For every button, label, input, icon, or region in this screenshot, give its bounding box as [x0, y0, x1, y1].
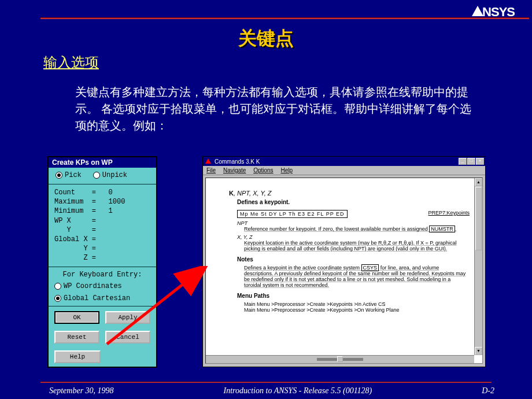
command-definition: Defines a keypoint.: [237, 199, 468, 205]
footer: September 30, 1998 Introduction to ANSYS…: [49, 386, 494, 396]
scroll-down-icon[interactable]: ▼: [475, 347, 482, 355]
reset-button[interactable]: Reset: [54, 331, 99, 343]
product-toolbar: Mp Me St DY LP Th E3 E2 FL PP ED: [237, 210, 348, 218]
cmd-name: K: [229, 190, 234, 197]
horizontal-slider[interactable]: [206, 355, 474, 363]
keyboard-entry-label: For Keyboard Entry:: [54, 271, 150, 279]
wp-coordinates-radio[interactable]: WP Coordinates: [54, 282, 122, 290]
help-menubar: File Navigate Options Help: [203, 166, 485, 175]
close-button[interactable]: ×: [476, 158, 484, 165]
help-window: Commands 3.K K _ □ × File Navigate Optio…: [202, 156, 486, 367]
help-content: K, NPT, X, Y, Z Defines a keypoint. PREP…: [205, 178, 483, 364]
ansys-logo: NSYS: [472, 5, 515, 20]
slide-body-text: 关键点有多种建立方法，每种方法都有输入选项，具体请参照在线帮助中的提示。 各选项…: [75, 84, 480, 134]
category-link[interactable]: PREP7:Keypoints: [428, 210, 470, 216]
numstr-link[interactable]: NUMSTR: [429, 226, 455, 232]
menu-navigate[interactable]: Navigate: [223, 167, 246, 173]
create-kps-dialog: Create KPs on WP Pick Unpick Count = 0 M…: [47, 156, 157, 368]
slide-title: 关键点: [0, 26, 532, 51]
notes-paragraph: Defines a keypoint in the active coordin…: [244, 265, 468, 288]
menu-help[interactable]: Help: [280, 167, 293, 173]
arg-xyz-name: X, Y, Z: [237, 234, 468, 240]
ok-button[interactable]: OK: [54, 311, 99, 324]
cmd-args: , NPT, X, Y, Z: [234, 190, 272, 197]
scroll-thumb[interactable]: [475, 187, 482, 250]
wp-coords-label: WP Coordinates: [64, 282, 122, 290]
radio-icon: [54, 283, 61, 290]
radio-icon: [56, 172, 62, 179]
help-button[interactable]: Help: [54, 350, 101, 363]
slider-knob[interactable]: [337, 356, 343, 362]
command-signature: K, NPT, X, Y, Z: [229, 190, 468, 197]
app-icon: [204, 157, 212, 165]
svg-marker-0: [205, 158, 211, 164]
apply-button[interactable]: Apply: [105, 311, 150, 324]
help-titlebar[interactable]: Commands 3.K K _ □ ×: [203, 157, 485, 166]
global-cart-label: Global Cartesian: [64, 294, 130, 302]
slide-subtitle: 输入选项: [43, 53, 99, 72]
vertical-scrollbar[interactable]: ▲ ▼: [474, 178, 482, 355]
unpick-radio[interactable]: Unpick: [93, 171, 127, 179]
help-window-title: Commands 3.K K: [215, 158, 260, 165]
cancel-button[interactable]: Cancel: [105, 331, 150, 343]
global-cartesian-radio[interactable]: Global Cartesian: [54, 294, 130, 302]
footer-date: September 30, 1998: [49, 386, 114, 396]
maximize-button[interactable]: □: [467, 158, 475, 165]
menu-options[interactable]: Options: [253, 167, 273, 173]
arg-xyz-desc: Keypoint location in the active coordina…: [244, 240, 468, 252]
radio-icon: [93, 172, 100, 179]
pick-label: Pick: [65, 171, 82, 179]
top-divider: [40, 17, 529, 19]
scroll-up-icon[interactable]: ▲: [475, 178, 482, 186]
bottom-divider: [40, 382, 492, 383]
menupath-2: Main Menu >Preprocessor >Create >Keypoin…: [244, 307, 468, 313]
footer-center: Introduction to ANSYS - Release 5.5 (001…: [224, 386, 372, 396]
minimize-button[interactable]: _: [459, 158, 467, 165]
unpick-label: Unpick: [102, 171, 127, 179]
arg-npt-desc: Reference number for keypoint. If zero, …: [244, 226, 468, 232]
menu-file[interactable]: File: [206, 167, 216, 173]
logo-text: NSYS: [482, 5, 515, 19]
notes-heading: Notes: [237, 256, 468, 263]
menupath-1: Main Menu >Preprocessor >Create >Keypoin…: [244, 301, 468, 307]
footer-page: D-2: [482, 386, 494, 396]
pick-radio[interactable]: Pick: [56, 171, 82, 179]
menupaths-heading: Menu Paths: [237, 293, 468, 299]
dialog-title: Create KPs on WP: [49, 157, 156, 168]
radio-icon: [54, 295, 61, 302]
dialog-values: Count = 0 Maximum = 1000 Minimum = 1 WP …: [49, 186, 156, 265]
